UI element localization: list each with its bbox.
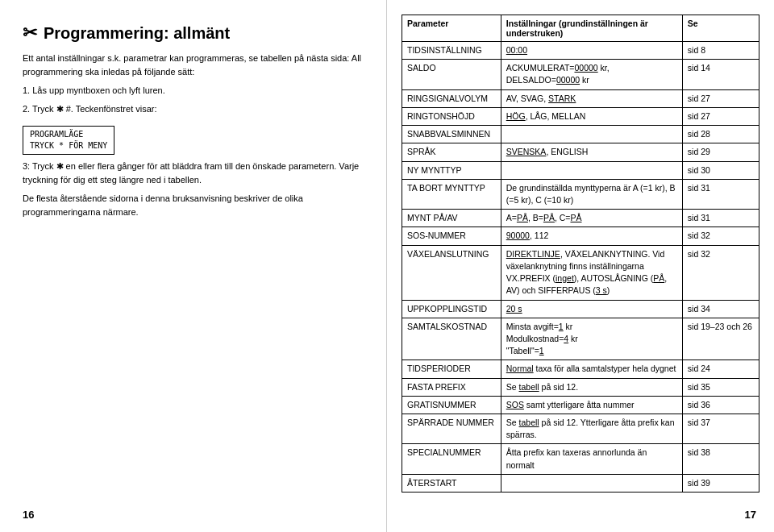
setting-cell: Minsta avgift=1 krModulkostnad=4 kr"Tabe… [501, 318, 682, 360]
table-row: SAMTALSKOSTNADMinsta avgift=1 krModulkos… [402, 318, 759, 360]
intro-text: Ett antal inställningar s.k. parametrar … [23, 52, 364, 79]
setting-cell [501, 126, 682, 143]
parameters-table: Parameter Inställningar (grundinställnin… [402, 15, 759, 493]
table-row: SPECIALNUMMERÅtta prefix kan taxeras ann… [402, 444, 759, 474]
se-cell: sid 30 [682, 161, 759, 179]
se-cell: sid 36 [682, 396, 759, 414]
param-cell: TA BORT MYNTTYP [402, 179, 501, 209]
table-row: TIDSINSTÄLLNING00:00sid 8 [402, 42, 759, 60]
col-header-param: Parameter [402, 15, 501, 42]
table-row: SNABBVALSMINNENsid 28 [402, 126, 759, 143]
col-header-setting: Inställningar (grundinställningen är und… [501, 15, 682, 42]
table-row: UPPKOPPLINGSTID20 ssid 34 [402, 300, 759, 318]
se-cell: sid 37 [682, 414, 759, 444]
param-cell: RINGTONSHÖJD [402, 107, 501, 125]
param-cell: TIDSINSTÄLLNING [402, 42, 501, 60]
param-cell: SOS-NUMMER [402, 227, 501, 245]
setting-cell: SOS samt ytterligare åtta nummer [501, 396, 682, 414]
se-cell: sid 14 [682, 60, 759, 89]
se-cell: sid 31 [682, 210, 759, 227]
table-row: RINGTONSHÖJDHÖG, LÅG, MELLANsid 27 [402, 107, 759, 125]
setting-cell: Se tabell på sid 12. [501, 378, 682, 396]
param-cell: SPÄRRADE NUMMER [402, 414, 501, 444]
setting-cell: 00:00 [501, 42, 682, 60]
setting-cell: 20 s [501, 300, 682, 318]
se-cell: sid 29 [682, 143, 759, 161]
table-row: MYNT PÅ/AVA=PÅ, B=PÅ, C=PÅsid 31 [402, 210, 759, 227]
setting-cell: Åtta prefix kan taxeras annorlunda än no… [501, 444, 682, 474]
col-header-se: Se [682, 15, 759, 42]
param-cell: FASTA PREFIX [402, 378, 501, 396]
table-row: NY MYNTTYPsid 30 [402, 161, 759, 179]
se-cell: sid 32 [682, 227, 759, 245]
table-row: TA BORT MYNTTYPDe grundinställda mynttyp… [402, 179, 759, 209]
table-row: SPÄRRADE NUMMERSe tabell på sid 12. Ytte… [402, 414, 759, 444]
setting-cell [501, 474, 682, 492]
screen-display: PROGRAMLÄGE TRYCK * FÖR MENY [23, 126, 114, 155]
param-cell: TIDSPERIODER [402, 360, 501, 378]
table-row: VÄXELANSLUTNINGDIREKTLINJE, VÄXELANKNYTN… [402, 245, 759, 300]
table-row: SOS-NUMMER90000, 112sid 32 [402, 227, 759, 245]
left-page: ✂ Programmering: allmänt Ett antal instä… [0, 0, 387, 532]
param-cell: MYNT PÅ/AV [402, 210, 501, 227]
scissors-icon: ✂ [23, 23, 37, 44]
param-cell: ÅTERSTART [402, 474, 501, 492]
step3-text: 3: Tryck ✱ en eller flera gånger för att… [23, 160, 364, 187]
setting-cell: SVENSKA, ENGLISH [501, 143, 682, 161]
se-cell: sid 19–23 och 26 [682, 318, 759, 360]
table-row: FASTA PREFIXSe tabell på sid 12.sid 35 [402, 378, 759, 396]
se-cell: sid 35 [682, 378, 759, 396]
setting-cell: Normal taxa för alla samtalstyper hela d… [501, 360, 682, 378]
step2-text: 2. Tryck ✱ #. Teckenfönstret visar: [23, 102, 364, 116]
se-cell: sid 39 [682, 474, 759, 492]
table-row: SPRÅKSVENSKA, ENGLISHsid 29 [402, 143, 759, 161]
setting-cell: HÖG, LÅG, MELLAN [501, 107, 682, 125]
param-cell: SPRÅK [402, 143, 501, 161]
se-cell: sid 31 [682, 179, 759, 209]
setting-cell: AV, SVAG, STARK [501, 89, 682, 107]
se-cell: sid 34 [682, 300, 759, 318]
se-cell: sid 8 [682, 42, 759, 60]
param-cell: RINGSIGNALVOLYM [402, 89, 501, 107]
se-cell: sid 27 [682, 89, 759, 107]
step1-text: 1. Lås upp myntboxen och lyft luren. [23, 84, 364, 98]
param-cell: UPPKOPPLINGSTID [402, 300, 501, 318]
left-content: Ett antal inställningar s.k. parametrar … [23, 52, 364, 219]
setting-cell: ACKUMULERAT=00000 kr, DELSALDO=00000 kr [501, 60, 682, 89]
table-row: RINGSIGNALVOLYMAV, SVAG, STARKsid 27 [402, 89, 759, 107]
setting-cell: Se tabell på sid 12. Ytterligare åtta pr… [501, 414, 682, 444]
param-cell: NY MYNTTYP [402, 161, 501, 179]
se-cell: sid 28 [682, 126, 759, 143]
se-cell: sid 24 [682, 360, 759, 378]
se-cell: sid 38 [682, 444, 759, 474]
param-cell: GRATISNUMMER [402, 396, 501, 414]
param-cell: SPECIALNUMMER [402, 444, 501, 474]
table-row: GRATISNUMMERSOS samt ytterligare åtta nu… [402, 396, 759, 414]
table-row: TIDSPERIODERNormal taxa för alla samtals… [402, 360, 759, 378]
param-cell: SNABBVALSMINNEN [402, 126, 501, 143]
setting-cell: De grundinställda mynttyperna är A (=1 k… [501, 179, 682, 209]
setting-cell [501, 161, 682, 179]
step4-text: De flesta återstående sidorna i denna br… [23, 192, 364, 219]
se-cell: sid 27 [682, 107, 759, 125]
param-cell: SALDO [402, 60, 501, 89]
right-page: Parameter Inställningar (grundinställnin… [387, 0, 774, 532]
page-number-left: 16 [23, 509, 34, 521]
setting-cell: 90000, 112 [501, 227, 682, 245]
table-row: ÅTERSTARTsid 39 [402, 474, 759, 492]
page-number-right: 17 [745, 509, 756, 521]
se-cell: sid 32 [682, 245, 759, 300]
setting-cell: DIREKTLINJE, VÄXELANKNYTNING. Vid växela… [501, 245, 682, 300]
param-cell: VÄXELANSLUTNING [402, 245, 501, 300]
setting-cell: A=PÅ, B=PÅ, C=PÅ [501, 210, 682, 227]
page-title: ✂ Programmering: allmänt [23, 23, 364, 44]
table-row: SALDOACKUMULERAT=00000 kr, DELSALDO=0000… [402, 60, 759, 89]
param-cell: SAMTALSKOSTNAD [402, 318, 501, 360]
